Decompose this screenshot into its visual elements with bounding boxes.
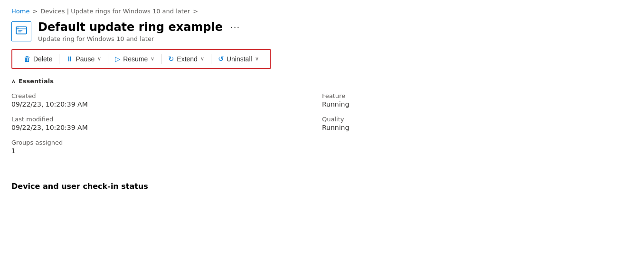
page-title-block: Default update ring example ··· Update r… (38, 20, 243, 42)
delete-icon: 🗑 (24, 55, 31, 63)
page-icon (11, 21, 31, 41)
essentials-groups-value: 1 (11, 147, 322, 155)
essentials-last-modified-value: 09/22/23, 10:20:39 AM (11, 124, 322, 131)
essentials-quality-label: Quality (322, 116, 633, 123)
toolbar-separator-4 (211, 54, 211, 64)
essentials-feature-value: Running (322, 100, 633, 108)
breadcrumb: Home > Devices | Update rings for Window… (11, 8, 633, 15)
page-header: Default update ring example ··· Update r… (11, 20, 633, 42)
svg-rect-4 (17, 28, 19, 29)
essentials-section: ∧ Essentials Created 09/22/23, 10:20:39 … (11, 78, 633, 162)
essentials-quality: Quality Running (322, 116, 633, 131)
essentials-collapse-icon: ∧ (11, 78, 16, 84)
resume-button[interactable]: ▷ Resume ∨ (110, 53, 159, 65)
essentials-created-value: 09/22/23, 10:20:39 AM (11, 100, 322, 108)
page-title: Default update ring example (38, 20, 223, 34)
extend-icon: ↻ (168, 55, 174, 63)
uninstall-chevron-icon: ∨ (255, 56, 259, 62)
essentials-groups-label: Groups assigned (11, 139, 322, 146)
more-options-button[interactable]: ··· (227, 21, 243, 33)
toolbar: 🗑 Delete ⏸ Pause ∨ ▷ Resume ∨ ↻ Extend ∨… (11, 49, 271, 69)
update-ring-icon (15, 25, 28, 38)
essentials-feature-label: Feature (322, 92, 633, 99)
page-title-row: Default update ring example ··· (38, 20, 243, 34)
pause-button[interactable]: ⏸ Pause ∨ (61, 53, 106, 65)
extend-button[interactable]: ↻ Extend ∨ (163, 53, 209, 65)
essentials-groups-assigned: Groups assigned 1 (11, 139, 322, 155)
breadcrumb-pipe: | (67, 8, 71, 15)
bottom-divider (11, 172, 633, 172)
toolbar-separator-3 (161, 54, 161, 64)
page-subtitle: Update ring for Windows 10 and later (38, 35, 243, 42)
toolbar-separator-2 (108, 54, 108, 64)
essentials-created: Created 09/22/23, 10:20:39 AM (11, 92, 322, 108)
essentials-last-modified: Last modified 09/22/23, 10:20:39 AM (11, 116, 322, 131)
essentials-created-label: Created (11, 92, 322, 99)
toolbar-separator-1 (59, 54, 59, 64)
uninstall-button[interactable]: ↺ Uninstall ∨ (213, 53, 264, 65)
essentials-title: Essentials (19, 78, 54, 85)
essentials-header[interactable]: ∧ Essentials (11, 78, 633, 85)
uninstall-icon: ↺ (218, 55, 224, 63)
device-checkin-title: Device and user check-in status (11, 182, 633, 191)
breadcrumb-sep1: > (32, 8, 38, 15)
breadcrumb-home[interactable]: Home (11, 8, 29, 15)
essentials-grid: Created 09/22/23, 10:20:39 AM Feature Ru… (11, 92, 633, 162)
essentials-feature: Feature Running (322, 92, 633, 108)
breadcrumb-devices-link[interactable]: Devices | Update rings for Windows 10 an… (40, 8, 190, 15)
pause-chevron-icon: ∨ (97, 56, 101, 62)
breadcrumb-sep2: > (193, 8, 198, 15)
extend-chevron-icon: ∨ (200, 56, 204, 62)
essentials-last-modified-label: Last modified (11, 116, 322, 123)
resume-icon: ▷ (115, 55, 121, 63)
pause-icon: ⏸ (66, 55, 73, 63)
delete-button[interactable]: 🗑 Delete (19, 53, 57, 65)
resume-chevron-icon: ∨ (151, 56, 154, 62)
essentials-quality-value: Running (322, 124, 633, 131)
